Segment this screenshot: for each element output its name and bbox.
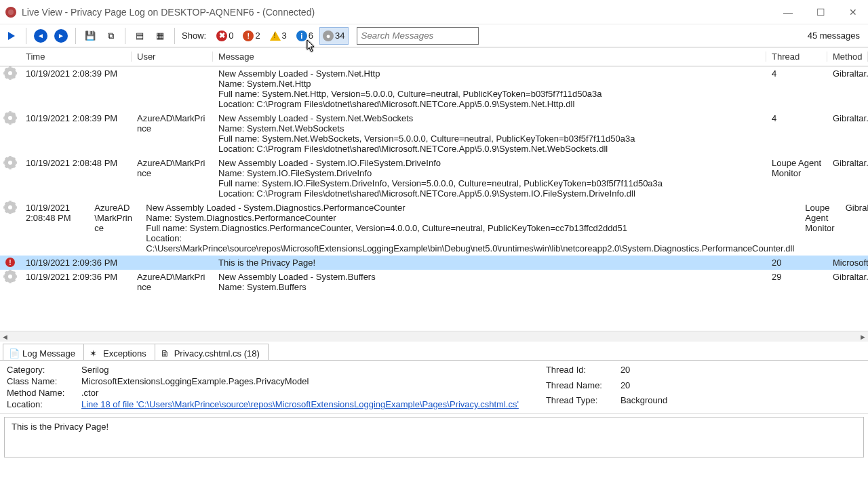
error-icon: ! xyxy=(0,257,20,268)
category-value: Serilog xyxy=(81,365,519,375)
cell-user: AzureAD\MarkPrince xyxy=(132,271,213,293)
cell-thread: 20 xyxy=(766,257,827,268)
critical-icon: ! xyxy=(243,30,254,41)
threadty-key: Thread Type: xyxy=(546,395,614,409)
filter-error[interactable]: ✖ 0 xyxy=(213,27,237,45)
gear-icon xyxy=(0,113,20,123)
warning-icon xyxy=(270,31,281,41)
column-message[interactable]: Message xyxy=(213,52,766,62)
threadid-key: Thread Id: xyxy=(546,365,614,379)
threadnm-value: 20 xyxy=(620,380,667,394)
gear-icon xyxy=(0,202,20,213)
debug-icon: ● xyxy=(323,30,334,41)
grid-header: Time User Message Thread Method xyxy=(0,47,868,66)
search-input[interactable] xyxy=(357,27,479,45)
filter-error-count: 0 xyxy=(229,30,233,41)
method-key: Method Name: xyxy=(7,388,75,398)
cell-message: New Assembly Loaded - System.IO.FileSyst… xyxy=(213,157,766,199)
scroll-right-icon[interactable]: ► xyxy=(859,333,867,341)
nav-forward-button[interactable]: ► xyxy=(52,27,70,45)
exception-icon: ✶ xyxy=(90,348,99,358)
cell-time: 10/19/2021 2:08:48 PM xyxy=(20,202,89,224)
toolbar-separator xyxy=(125,28,125,44)
cell-message: New Assembly Loaded - System.Net.WebSock… xyxy=(213,113,766,155)
column-time[interactable]: Time xyxy=(20,52,132,62)
table-row[interactable]: 10/19/2021 2:08:39 PMAzureAD\MarkPrinceN… xyxy=(0,111,868,156)
cell-method: Gibraltar.Agent.LogEvent xyxy=(827,68,868,79)
grid-body[interactable]: 10/19/2021 2:08:39 PMNew Assembly Loaded… xyxy=(0,66,868,331)
cell-thread: Loupe Agent Monitor xyxy=(800,202,840,234)
view-detail-button[interactable]: ▦ xyxy=(151,27,169,45)
filter-critical-count: 2 xyxy=(255,30,260,41)
log-icon: 📄 xyxy=(9,348,18,358)
show-label: Show: xyxy=(182,30,206,41)
maximize-button[interactable]: ☐ xyxy=(811,7,830,18)
table-row[interactable]: 10/19/2021 2:08:48 PMAzureAD\MarkPrinceN… xyxy=(0,201,868,256)
filter-critical[interactable]: ! 2 xyxy=(239,27,263,45)
table-row[interactable]: 10/19/2021 2:09:36 PMAzureAD\MarkPrinceN… xyxy=(0,270,868,294)
cell-time: 10/19/2021 2:08:39 PM xyxy=(20,68,132,79)
filter-warning[interactable]: 3 xyxy=(267,27,290,45)
cell-time: 10/19/2021 2:09:36 PM xyxy=(20,257,132,268)
location-link[interactable]: Line 18 of file 'C:\Users\MarkPrince\sou… xyxy=(81,399,519,409)
cell-thread: 4 xyxy=(766,113,827,124)
cell-user: AzureAD\MarkPrince xyxy=(132,113,213,134)
details-panel: Category: Serilog Class Name: MicrosoftE… xyxy=(0,361,868,414)
app-icon xyxy=(5,7,16,18)
tab-log-message[interactable]: 📄 Log Message xyxy=(3,344,84,360)
column-method[interactable]: Method xyxy=(827,52,868,62)
nav-back-button[interactable]: ◄ xyxy=(32,27,50,45)
close-button[interactable]: ✕ xyxy=(844,7,863,18)
cell-method: Gibraltar.Agent.LogEvent xyxy=(827,271,868,283)
details-right: Thread Id: 20 Thread Name: 20 Thread Typ… xyxy=(546,365,667,409)
play-button[interactable] xyxy=(3,27,20,45)
message-body: This is the Privacy Page! xyxy=(4,417,864,458)
filter-info-count: 6 xyxy=(309,30,313,41)
filter-warning-count: 3 xyxy=(282,30,287,41)
error-icon: ✖ xyxy=(216,30,227,41)
table-row[interactable]: !10/19/2021 2:09:36 PMThis is the Privac… xyxy=(0,256,868,270)
minimize-button[interactable]: — xyxy=(778,7,797,18)
filter-info[interactable]: i 6 xyxy=(293,27,317,45)
threadnm-key: Thread Name: xyxy=(546,380,614,394)
save-button[interactable]: 💾 xyxy=(81,27,99,45)
view-list-button[interactable]: ▤ xyxy=(131,27,149,45)
detail-tabs: 📄 Log Message ✶ Exceptions 🗎 Privacy.csh… xyxy=(0,342,868,361)
copy-button[interactable]: ⧉ xyxy=(102,27,119,45)
cell-message: This is the Privacy Page! xyxy=(213,257,766,268)
info-icon: i xyxy=(296,30,307,41)
cell-time: 10/19/2021 2:08:48 PM xyxy=(20,157,132,169)
table-row[interactable]: 10/19/2021 2:08:39 PMNew Assembly Loaded… xyxy=(0,66,868,111)
tab-exceptions[interactable]: ✶ Exceptions xyxy=(83,344,155,360)
tab-source-file[interactable]: 🗎 Privacy.cshtml.cs (18) xyxy=(155,344,269,360)
class-value: MicrosoftExtensionsLoggingExample.Pages.… xyxy=(81,376,519,386)
column-thread[interactable]: Thread xyxy=(766,52,827,62)
scroll-left-icon[interactable]: ◄ xyxy=(1,333,9,341)
gear-icon xyxy=(0,271,20,282)
toolbar: ◄ ► 💾 ⧉ ▤ ▦ Show: ✖ 0 ! 2 3 i 6 ● 34 45 … xyxy=(0,24,868,47)
play-icon xyxy=(8,32,15,40)
cell-user: AzureAD\MarkPrince xyxy=(132,157,213,179)
cell-thread: 4 xyxy=(766,68,827,79)
toolbar-separator xyxy=(174,28,175,44)
filter-debug-count: 34 xyxy=(335,30,344,41)
gear-icon xyxy=(0,68,20,79)
toolbar-separator xyxy=(26,28,26,44)
cell-user xyxy=(132,257,213,258)
horizontal-scrollbar[interactable]: ◄ ► xyxy=(0,331,868,342)
table-row[interactable]: 10/19/2021 2:08:48 PMAzureAD\MarkPrinceN… xyxy=(0,156,868,201)
cell-user xyxy=(132,68,213,69)
category-key: Category: xyxy=(7,365,75,375)
details-left: Category: Serilog Class Name: MicrosoftE… xyxy=(7,365,519,409)
cell-message: New Assembly Loaded - System.Buffers Nam… xyxy=(213,271,766,293)
cell-thread: Loupe Agent Monitor xyxy=(766,157,827,179)
cell-method: Gibraltar.Agent.LogEvent xyxy=(827,157,868,169)
cell-user: AzureAD\MarkPrince xyxy=(89,202,140,234)
column-user[interactable]: User xyxy=(132,52,213,62)
file-icon: 🗎 xyxy=(161,348,170,358)
window-controls: — ☐ ✕ xyxy=(778,7,863,18)
threadid-value: 20 xyxy=(620,365,667,379)
cell-thread: 29 xyxy=(766,271,827,283)
window-title: Live View - Privacy Page Log on DESKTOP-… xyxy=(22,7,315,18)
filter-debug[interactable]: ● 34 xyxy=(319,27,348,45)
